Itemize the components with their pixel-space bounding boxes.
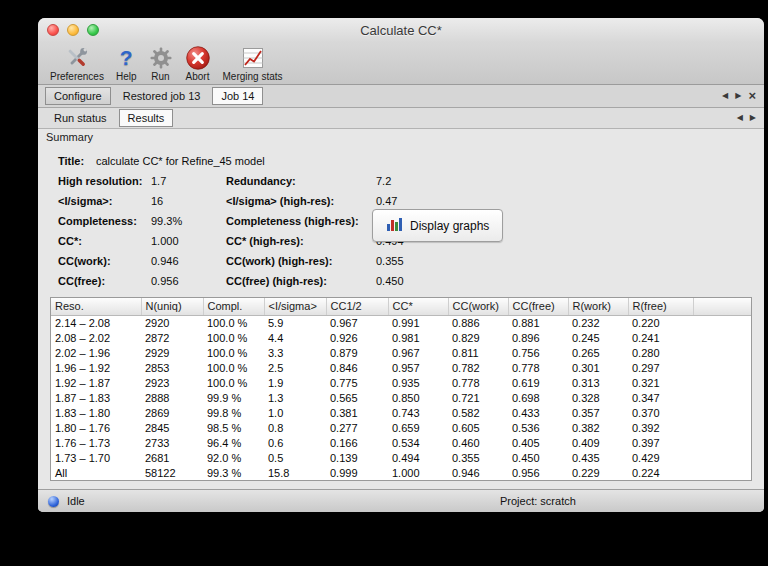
minimize-button[interactable] xyxy=(67,24,79,36)
subtab-scroll-right-button[interactable]: ▶ xyxy=(750,113,756,123)
results-table-body: 2.14 – 2.082920100.0 %5.90.9670.9910.886… xyxy=(51,315,751,481)
close-button[interactable] xyxy=(47,24,59,36)
summary-value: 0.956 xyxy=(151,275,226,287)
status-bar: Idle Project: scratch xyxy=(38,489,764,512)
column-header-rwork[interactable]: R(work) xyxy=(568,298,628,315)
column-header-ccstar[interactable]: CC* xyxy=(388,298,448,315)
table-cell: 99.9 % xyxy=(203,391,264,406)
table-cell: 0.301 xyxy=(568,361,628,376)
table-row[interactable]: 1.80 – 1.76284598.5 %0.80.2770.6590.6050… xyxy=(51,421,751,436)
summary-value: 16 xyxy=(151,195,226,207)
table-cell: 99.3 % xyxy=(203,466,264,481)
table-row[interactable]: 2.02 – 1.962929100.0 %3.30.8790.9670.811… xyxy=(51,346,751,361)
column-header-ccfree[interactable]: CC(free) xyxy=(508,298,568,315)
column-header-rfree[interactable]: R(free) xyxy=(628,298,693,315)
table-cell: 0.409 xyxy=(568,436,628,451)
column-header-isigma[interactable]: <I/sigma> xyxy=(264,298,326,315)
table-cell: 2681 xyxy=(141,451,203,466)
table-cell: 0.494 xyxy=(388,451,448,466)
table-cell: 99.8 % xyxy=(203,406,264,421)
column-header-compl[interactable]: Compl. xyxy=(203,298,264,315)
toolbar-button-merging-stats[interactable]: Merging stats xyxy=(217,43,289,84)
subtab-label: Run status xyxy=(54,112,107,124)
traffic-lights xyxy=(47,18,99,42)
summary-label: Redundancy: xyxy=(226,175,376,187)
table-cell: 0.782 xyxy=(448,361,508,376)
summary-value: 7.2 xyxy=(376,175,744,187)
tab-close-button[interactable]: × xyxy=(748,91,756,101)
table-cell: 0.605 xyxy=(448,421,508,436)
table-cell: 0.321 xyxy=(628,376,693,391)
tab-restored-job-13[interactable]: Restored job 13 xyxy=(114,87,210,105)
results-panel: Title: calculate CC* for Refine_45 model… xyxy=(38,145,764,489)
table-cell: 0.850 xyxy=(388,391,448,406)
table-cell: 0.392 xyxy=(628,421,693,436)
table-row[interactable]: 1.76 – 1.73273396.4 %0.60.1660.5340.4600… xyxy=(51,436,751,451)
table-cell: 0.277 xyxy=(326,421,388,436)
table-cell: 1.0 xyxy=(264,406,326,421)
table-cell: 2888 xyxy=(141,391,203,406)
tab-scroll-left-button[interactable]: ◀ xyxy=(722,91,728,101)
toolbar-button-preferences[interactable]: Preferences xyxy=(44,43,110,84)
table-cell: 1.000 xyxy=(388,466,448,481)
table-cell: 2923 xyxy=(141,376,203,391)
tab-scroll-right-button[interactable]: ▶ xyxy=(735,91,741,101)
table-row[interactable]: 1.73 – 1.70268192.0 %0.50.1390.4940.3550… xyxy=(51,451,751,466)
table-cell: 5.9 xyxy=(264,315,326,331)
column-header-reso[interactable]: Reso. xyxy=(51,298,141,315)
toolbar-button-label: Help xyxy=(116,71,137,82)
table-cell xyxy=(693,451,751,466)
table-cell: 0.357 xyxy=(568,406,628,421)
subtab-run-status[interactable]: Run status xyxy=(45,109,116,127)
toolbar-button-run[interactable]: Run xyxy=(143,43,179,84)
preferences-icon xyxy=(64,44,90,71)
table-row[interactable]: 2.08 – 2.022872100.0 %4.40.9260.9810.829… xyxy=(51,331,751,346)
merging-stats-icon xyxy=(240,44,266,71)
results-table[interactable]: Reso. N(uniq) Compl. <I/sigma> CC1/2 CC*… xyxy=(50,297,752,481)
table-row[interactable]: All5812299.3 %15.80.9991.0000.9460.9560.… xyxy=(51,466,751,481)
toolbar-button-help[interactable]: ? Help xyxy=(110,43,143,84)
table-cell: All xyxy=(51,466,141,481)
table-cell: 0.347 xyxy=(628,391,693,406)
table-cell: 0.811 xyxy=(448,346,508,361)
table-cell: 1.92 – 1.87 xyxy=(51,376,141,391)
summary-value: calculate CC* for Refine_45 model xyxy=(96,155,265,167)
table-cell: 2845 xyxy=(141,421,203,436)
toolbar-button-abort[interactable]: Abort xyxy=(179,43,217,84)
table-cell: 0.460 xyxy=(448,436,508,451)
table-row[interactable]: 1.83 – 1.80286999.8 %1.00.3810.7430.5820… xyxy=(51,406,751,421)
table-row[interactable]: 1.96 – 1.922853100.0 %2.50.8460.9570.782… xyxy=(51,361,751,376)
table-cell: 2733 xyxy=(141,436,203,451)
title-bar[interactable]: Calculate CC* xyxy=(38,18,764,42)
summary-label: Title: xyxy=(58,155,96,167)
toolbar-button-label: Preferences xyxy=(50,71,104,82)
display-graphs-button[interactable]: Display graphs xyxy=(372,209,503,242)
table-row[interactable]: 2.14 – 2.082920100.0 %5.90.9670.9910.886… xyxy=(51,315,751,331)
subtab-scroll-left-button[interactable]: ◀ xyxy=(737,113,743,123)
summary-row: CC(work): 0.946 CC(work) (high-res): 0.3… xyxy=(58,251,744,271)
table-cell: 0.370 xyxy=(628,406,693,421)
tab-configure[interactable]: Configure xyxy=(45,87,111,105)
summary-block: Title: calculate CC* for Refine_45 model… xyxy=(50,147,752,295)
tab-job-14[interactable]: Job 14 xyxy=(212,87,263,105)
toolbar-button-label: Abort xyxy=(186,71,210,82)
table-cell: 0.435 xyxy=(568,451,628,466)
summary-value: 1.7 xyxy=(151,175,226,187)
summary-label: CC(work): xyxy=(58,255,151,267)
column-header-ccwork[interactable]: CC(work) xyxy=(448,298,508,315)
table-cell: 15.8 xyxy=(264,466,326,481)
table-cell: 1.96 – 1.92 xyxy=(51,361,141,376)
zoom-button[interactable] xyxy=(87,24,99,36)
table-cell: 100.0 % xyxy=(203,346,264,361)
column-header-cchalf[interactable]: CC1/2 xyxy=(326,298,388,315)
column-header-nuniq[interactable]: N(uniq) xyxy=(141,298,203,315)
table-cell xyxy=(693,346,751,361)
table-cell xyxy=(693,466,751,481)
table-cell: 0.743 xyxy=(388,406,448,421)
column-header-filler xyxy=(693,298,751,315)
subtab-label: Results xyxy=(128,112,165,124)
main-tab-bar: Configure Restored job 13 Job 14 ◀ ▶ × xyxy=(38,85,764,108)
subtab-results[interactable]: Results xyxy=(119,109,174,127)
table-row[interactable]: 1.87 – 1.83288899.9 %1.30.5650.8500.7210… xyxy=(51,391,751,406)
table-row[interactable]: 1.92 – 1.872923100.0 %1.90.7750.9350.778… xyxy=(51,376,751,391)
